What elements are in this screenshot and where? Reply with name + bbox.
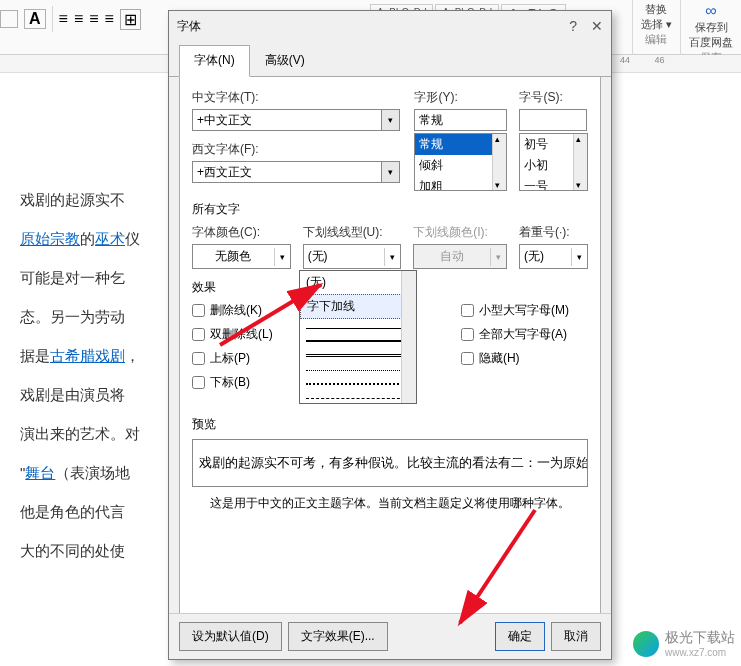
text-effects-button[interactable]: 文字效果(E)... — [288, 622, 388, 651]
dialog-button-bar: 设为默认值(D) 文字效果(E)... 确定 取消 — [169, 613, 611, 659]
replace-button[interactable]: 替换 — [641, 2, 672, 17]
chevron-down-icon[interactable]: ▾ — [571, 248, 587, 266]
cloud-save-icon[interactable]: ∞ — [689, 2, 733, 20]
west-font-input[interactable] — [192, 161, 382, 183]
dropdown-item-line[interactable] — [300, 319, 416, 333]
border-tool-icon[interactable]: ⊞ — [120, 9, 141, 30]
save-cloud-button[interactable]: 保存到 百度网盘 — [689, 20, 733, 50]
dropdown-item-line-dotted-heavy[interactable] — [300, 375, 416, 389]
dialog-titlebar[interactable]: 字体 ? ✕ — [169, 11, 611, 41]
scrollbar[interactable] — [401, 271, 416, 403]
doc-line: 可能是对一种乞 — [20, 258, 180, 297]
justify-icon[interactable]: ≡ — [105, 10, 114, 28]
document-body: 戏剧的起源实不 原始宗教的巫术仪 可能是对一种乞 态。另一为劳动 据是古希腊戏剧… — [20, 180, 180, 570]
align-left-icon[interactable]: ≡ — [59, 10, 68, 28]
underline-dropdown[interactable]: (无) 字下加线 — [299, 270, 417, 404]
underline-label: 下划线线型(U): — [303, 224, 402, 241]
dialog-title: 字体 — [177, 18, 201, 35]
underline-color-combo: 自动 ▾ — [413, 244, 507, 269]
tab-advanced[interactable]: 高级(V) — [250, 45, 320, 76]
style-label: 字形(Y): — [414, 89, 507, 106]
cancel-button[interactable]: 取消 — [551, 622, 601, 651]
west-font-label: 西文字体(F): — [192, 141, 402, 158]
preview-box: 戏剧的起源实不可考，有多种假说。比较主流的看法有二：一为原始 — [192, 439, 588, 487]
emphasis-combo[interactable]: (无) ▾ — [519, 244, 588, 269]
dropdown-item-none[interactable]: (无) — [300, 271, 416, 294]
doc-line: 大的不同的处使 — [20, 531, 180, 570]
underline-color-label: 下划线颜色(I): — [413, 224, 507, 241]
chk-hidden[interactable]: 隐藏(H) — [461, 350, 588, 367]
dropdown-item-words[interactable]: 字下加线 — [300, 294, 416, 319]
help-button[interactable]: ? — [569, 18, 577, 34]
doc-line: 他是角色的代言 — [20, 492, 180, 531]
chevron-down-icon[interactable]: ▾ — [384, 248, 400, 266]
chk-allcaps[interactable]: 全部大写字母(A) — [461, 326, 588, 343]
cn-font-input[interactable] — [192, 109, 382, 131]
chevron-down-icon[interactable]: ▾ — [274, 248, 290, 266]
font-dialog: 字体 ? ✕ 字体(N) 高级(V) 中文字体(T): ▾ 西文字体(F): ▾ — [168, 10, 612, 660]
cn-font-label: 中文字体(T): — [192, 89, 402, 106]
west-font-combo[interactable]: ▾ — [192, 161, 402, 183]
close-button[interactable]: ✕ — [591, 18, 603, 34]
style-listbox[interactable]: 常规 倾斜 加粗 — [414, 133, 507, 191]
font-color-label: 字体颜色(C): — [192, 224, 291, 241]
watermark: 极光下载站 www.xz7.com — [633, 629, 735, 658]
edit-group-label: 编辑 — [641, 32, 672, 47]
watermark-name: 极光下载站 — [665, 629, 735, 647]
cn-font-combo[interactable]: ▾ — [192, 109, 402, 131]
watermark-url: www.xz7.com — [665, 647, 735, 658]
ribbon-group-save: ∞ 保存到 百度网盘 保存 — [680, 0, 741, 55]
separator — [52, 6, 53, 32]
align-right-icon[interactable]: ≡ — [89, 10, 98, 28]
all-text-label: 所有文字 — [192, 201, 588, 218]
dialog-panel: 中文字体(T): ▾ 西文字体(F): ▾ 字形(Y): 常规 倾斜 加粗 — [179, 77, 601, 635]
underline-combo[interactable]: (无) ▾ — [303, 244, 402, 269]
scrollbar[interactable] — [492, 134, 506, 190]
size-label: 字号(S): — [519, 89, 588, 106]
dialog-tabs: 字体(N) 高级(V) — [169, 45, 611, 77]
doc-line: "舞台（表演场地 — [20, 453, 180, 492]
align-center-icon[interactable]: ≡ — [74, 10, 83, 28]
doc-line: 戏剧的起源实不 — [20, 180, 180, 219]
select-button[interactable]: 选择 ▾ — [641, 17, 672, 32]
link-wushu[interactable]: 巫术 — [95, 230, 125, 247]
highlight-tool-icon[interactable] — [0, 10, 18, 28]
font-color-combo[interactable]: 无颜色 ▾ — [192, 244, 291, 269]
size-input[interactable] — [519, 109, 587, 131]
dropdown-item-line-dashed[interactable] — [300, 389, 416, 403]
set-default-button[interactable]: 设为默认值(D) — [179, 622, 282, 651]
watermark-logo-icon — [633, 631, 659, 657]
chevron-down-icon[interactable]: ▾ — [382, 109, 400, 131]
link-greek[interactable]: 古希腊戏剧 — [50, 347, 125, 364]
chevron-down-icon: ▾ — [490, 248, 506, 266]
preview-label: 预览 — [192, 416, 588, 433]
doc-line: 据是古希腊戏剧， — [20, 336, 180, 375]
doc-line: 原始宗教的巫术仪 — [20, 219, 180, 258]
preview-note: 这是用于中文的正文主题字体。当前文档主题定义将使用哪种字体。 — [192, 495, 588, 512]
tab-font[interactable]: 字体(N) — [179, 45, 250, 77]
size-listbox[interactable]: 初号 小初 一号 — [519, 133, 588, 191]
style-input[interactable] — [414, 109, 507, 131]
dropdown-item-line-thick[interactable] — [300, 333, 416, 347]
link-religion[interactable]: 原始宗教 — [20, 230, 80, 247]
chevron-down-icon[interactable]: ▾ — [382, 161, 400, 183]
ok-button[interactable]: 确定 — [495, 622, 545, 651]
ribbon-left-tools: A ≡ ≡ ≡ ≡ ⊞ — [0, 6, 141, 32]
emphasis-label: 着重号(·): — [519, 224, 588, 241]
link-stage[interactable]: 舞台 — [25, 464, 55, 481]
ribbon-group-edit: 替换 选择 ▾ 编辑 — [632, 0, 680, 55]
scrollbar[interactable] — [573, 134, 587, 190]
dropdown-item-line-dotted[interactable] — [300, 361, 416, 375]
doc-line: 戏剧是由演员将 — [20, 375, 180, 414]
font-color-tool-icon[interactable]: A — [24, 9, 46, 29]
doc-line: 演出来的艺术。对 — [20, 414, 180, 453]
doc-line: 态。另一为劳动 — [20, 297, 180, 336]
dropdown-item-line-double[interactable] — [300, 347, 416, 361]
chk-smallcaps[interactable]: 小型大写字母(M) — [461, 302, 588, 319]
